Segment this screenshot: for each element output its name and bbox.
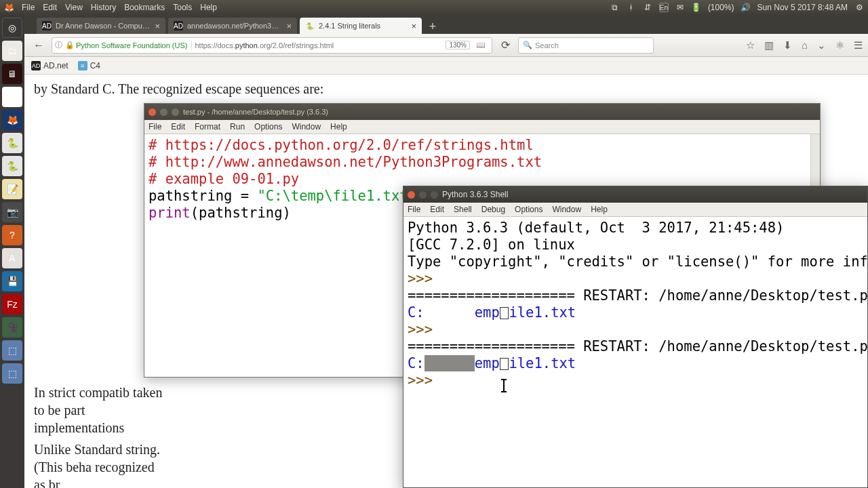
browser-tab-active[interactable]: 🐍 2.4.1 String literals × [300,18,422,34]
zoom-level[interactable]: 130% [446,41,470,49]
misc-app-icon-2[interactable]: ⬚ [2,363,22,384]
menu-edit[interactable]: Edit [43,3,57,12]
shell-menu-debug[interactable]: Debug [481,205,505,214]
favicon: AD [174,21,183,30]
firefox-icon[interactable]: 🦊 [2,110,22,130]
idle-menu-edit[interactable]: Edit [171,122,185,131]
new-tab-button[interactable]: + [425,19,441,34]
shell-menu-shell[interactable]: Shell [454,205,472,214]
idle-icon[interactable]: 🐍 [2,156,22,176]
home-icon[interactable]: ⌂ [802,39,808,52]
window-title: Python 3.6.3 Shell [442,190,508,199]
close-tab-icon[interactable]: × [286,21,292,31]
close-tab-icon[interactable]: × [155,21,160,31]
extension-icon[interactable]: ⚛ [835,39,844,52]
bookmark-favicon: ≡ [78,61,87,70]
idle-menu-window[interactable]: Window [292,122,321,131]
idle-menu-help[interactable]: Help [330,122,347,131]
screenshot-icon[interactable]: 📷 [2,202,22,222]
battery-text: (100%) [708,3,734,12]
python-shell-window[interactable]: Python 3.6.3 Shell File Edit Shell Debug… [403,186,868,488]
text-cursor-icon [503,380,505,392]
system-menubar: 🦊 File Edit View History Bookmarks Tools… [0,0,868,15]
menu-help[interactable]: Help [200,3,217,12]
filezilla-icon[interactable]: Fz [2,294,22,314]
shell-output-area[interactable]: Python 3.6.3 (default, Oct 3 2017, 21:45… [403,217,867,487]
chrome-icon[interactable]: ◕ [2,87,22,107]
shell-menu-options[interactable]: Options [515,205,542,214]
bookmark-label: AD.net [43,61,68,70]
window-close-icon[interactable] [408,191,415,199]
dropbox-icon[interactable]: ⧉ [610,3,620,12]
menu-icon[interactable]: ☰ [854,39,863,52]
network-icon[interactable]: ⇵ [643,3,652,12]
reader-icon[interactable]: 📖 [473,41,489,49]
site-identity[interactable]: 🔒 Python Software Foundation (US) [65,41,192,49]
bookmarks-bar: AD AD.net ≡ C4 [24,57,868,75]
window-maximize-icon[interactable] [172,108,179,116]
idle-menubar: File Edit Format Run Options Window Help [144,120,820,134]
clock[interactable]: Sun Nov 5 2017 8:48 AM [757,3,848,12]
volume-icon[interactable]: 🔊 [741,3,751,12]
shell-menu-edit[interactable]: Edit [430,205,444,214]
shell-menu-file[interactable]: File [408,205,420,214]
library-icon[interactable]: ▥ [764,39,774,52]
info-icon[interactable]: ⓘ [55,40,62,50]
close-tab-icon[interactable]: × [411,21,416,31]
shell-menu-window[interactable]: Window [552,205,581,214]
browser-tab[interactable]: AD annedawson.net/Python3Prog… × [168,18,297,34]
favicon: 🐍 [305,21,315,30]
tab-label: annedawson.net/Python3Prog… [187,22,282,30]
browser-tabstrip: AD Dr Anne Dawson - Computer S… × AD ann… [24,15,868,34]
launcher-dock: ◎ 🗂 🖥 ◕ 🦊 🐍 🐍 📝 📷 ? A 💾 Fz 🎥 ⬚ ⬚ [0,15,24,488]
idle-menu-file[interactable]: File [149,122,161,131]
shell-menu-help[interactable]: Help [591,205,608,214]
idle-menu-format[interactable]: Format [195,122,220,131]
gear-icon[interactable]: ⚙ [854,3,864,12]
bookmark-item[interactable]: ≡ C4 [78,61,100,70]
software-icon[interactable]: A [2,248,22,268]
language-icon[interactable]: En [659,3,669,12]
menu-bookmarks[interactable]: Bookmarks [124,3,165,12]
idle-menu-options[interactable]: Options [254,122,282,131]
search-bar[interactable]: 🔍 Search [518,37,654,54]
menu-tools[interactable]: Tools [173,3,192,12]
window-titlebar[interactable]: test.py - /home/anne/Desktop/test.py (3.… [144,104,820,120]
tab-label: Dr Anne Dawson - Computer S… [56,22,151,30]
window-maximize-icon[interactable] [431,191,438,199]
search-icon: 🔍 [523,41,532,49]
menu-history[interactable]: History [91,3,116,12]
pocket-icon[interactable]: ⌄ [817,39,826,52]
terminal-icon[interactable]: 🖥 [2,64,22,84]
tab-label: 2.4.1 String literals [319,22,407,30]
window-minimize-icon[interactable] [160,108,167,116]
battery-icon[interactable]: 🔋 [692,3,701,12]
recorder-icon[interactable]: 🎥 [2,317,22,338]
bookmark-item[interactable]: AD AD.net [31,61,68,70]
reload-button[interactable]: ⟳ [496,37,514,54]
url-bar[interactable]: ⓘ 🔒 Python Software Foundation (US) http… [52,37,492,54]
files-icon[interactable]: 🗂 [2,41,22,61]
misc-app-icon[interactable]: ⬚ [2,340,22,361]
bluetooth-icon[interactable]: ᚼ [627,3,636,12]
window-close-icon[interactable] [149,108,156,116]
bookmark-label: C4 [90,61,100,70]
page-paragraph: by Standard C. The recognized escape seq… [34,80,859,98]
window-minimize-icon[interactable] [419,191,427,199]
text-editor-icon[interactable]: 📝 [2,179,22,199]
python-icon[interactable]: 🐍 [2,133,22,153]
bookmark-star-icon[interactable]: ☆ [746,39,755,52]
back-button[interactable]: ← [30,37,47,54]
bookmark-favicon: AD [31,61,41,70]
dash-icon[interactable]: ◎ [2,18,22,38]
idle-menu-run[interactable]: Run [230,122,245,131]
window-titlebar[interactable]: Python 3.6.3 Shell [403,186,867,203]
downloads-icon[interactable]: ⬇ [783,39,792,52]
mail-icon[interactable]: ✉ [675,3,685,12]
menu-file[interactable]: File [22,3,35,12]
browser-tab[interactable]: AD Dr Anne Dawson - Computer S… × [37,18,165,34]
help-icon[interactable]: ? [2,225,22,245]
favicon: AD [42,21,52,30]
disk-icon[interactable]: 💾 [2,271,22,291]
menu-view[interactable]: View [65,3,83,12]
